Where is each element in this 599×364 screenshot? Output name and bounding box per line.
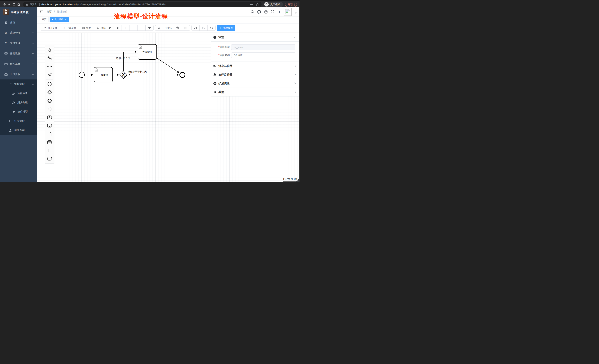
close-icon[interactable]: ✕ <box>65 18 67 21</box>
sidebar-item-process-management[interactable]: 流程管理 <box>0 79 37 89</box>
sidebar-item-user-group[interactable]: 用户分组 <box>0 98 37 107</box>
breadcrumb-separator: / <box>54 10 55 13</box>
tab-home[interactable]: 首页 <box>40 17 48 22</box>
create-group-icon[interactable] <box>45 155 54 163</box>
search-icon[interactable] <box>251 10 254 14</box>
bookmark-star-icon[interactable] <box>256 3 259 6</box>
browser-back-button[interactable] <box>2 2 7 7</box>
sidebar-item-task-management[interactable]: 任务管理 <box>0 116 37 126</box>
chevron-down-icon <box>32 63 34 65</box>
yen-icon: ¥ <box>4 41 8 45</box>
monitor-icon <box>4 52 8 55</box>
properties-panel: i 常规 *流程标识 *流程名称 <box>211 33 299 96</box>
sidebar-item-payment[interactable]: ¥ 支付管理 <box>0 38 37 48</box>
create-intermediate-event-icon[interactable] <box>45 88 54 96</box>
global-connect-tool-icon[interactable] <box>45 71 54 79</box>
sidebar-item-workflow[interactable]: 工作流程 <box>0 69 37 79</box>
svg-text:一级审批: 一级审批 <box>98 74 108 76</box>
designer-content: 打开文件 下载文件 预览 模拟 <box>37 23 300 182</box>
flow-label-lte1[interactable]: 请假小于等于 1 天 <box>128 70 147 73</box>
general-form: *流程标识 *流程名称 <box>211 42 299 62</box>
create-start-event-icon[interactable] <box>45 80 54 88</box>
update-label: 更新 <box>288 3 293 6</box>
document-edit-icon <box>11 92 15 95</box>
end-event[interactable] <box>180 72 185 77</box>
sidebar-item-process-form[interactable]: 流程表单 <box>0 89 37 98</box>
chevron-down-icon <box>294 36 296 38</box>
required-asterisk: * <box>218 45 219 48</box>
sidebar-item-system[interactable]: ⚙ 系统管理 <box>0 28 37 38</box>
section-execution-listener[interactable]: 执行监听器 <box>211 70 299 79</box>
create-gateway-icon[interactable] <box>45 105 54 113</box>
avatar-caret-icon[interactable] <box>295 13 297 14</box>
breadcrumb-home[interactable]: 首页 <box>46 10 52 13</box>
sidebar-item-infrastructure[interactable]: 基础设施 <box>0 48 37 59</box>
start-event[interactable] <box>79 72 85 78</box>
flow-branch-icon <box>8 120 12 122</box>
font-size-icon[interactable]: TT <box>277 10 281 14</box>
chevron-down-icon <box>32 53 34 54</box>
sidebar-item-leave-query[interactable]: 请假查询 <box>0 126 37 135</box>
chevron-up-icon <box>32 84 34 85</box>
toolbox-icon <box>4 63 8 65</box>
flow-gateway-to-task2[interactable] <box>123 52 137 71</box>
user-task-level2[interactable]: 二级审批 <box>138 44 157 59</box>
incognito-icon <box>264 2 269 7</box>
bpmn-palette <box>45 45 54 164</box>
create-participant-icon[interactable] <box>45 146 54 155</box>
incognito-label: 无痕模式 <box>270 3 280 6</box>
incognito-badge: 无痕模式 <box>264 2 283 7</box>
create-data-store-icon[interactable] <box>45 138 54 146</box>
github-icon[interactable] <box>257 10 261 14</box>
fullscreen-icon[interactable] <box>271 10 274 14</box>
space-tool-icon[interactable] <box>45 62 54 71</box>
browser-chrome: 不安全 dashboard.yudao.iocoder.cn/bpm/manag… <box>0 0 300 7</box>
chevron-right-icon <box>294 65 296 67</box>
section-general[interactable]: i 常规 <box>211 33 299 42</box>
flow-label-gt3[interactable]: 请假大于 3 天 <box>116 57 130 60</box>
sidebar-collapse-button[interactable] <box>40 10 43 14</box>
lasso-tool-icon[interactable] <box>45 54 54 62</box>
info-icon: i <box>213 36 216 39</box>
browser-forward-button[interactable] <box>7 2 11 7</box>
chevron-right-icon <box>294 91 296 93</box>
tag-view-bar: 首页 设计流程 ✕ <box>37 16 300 24</box>
breadcrumb: 首页 / 设计流程 <box>46 10 68 14</box>
avatar[interactable] <box>284 8 292 16</box>
workflow-submenu: 流程管理 流程表单 用户分组 <box>0 79 37 135</box>
sidebar-item-home[interactable]: 首页 <box>0 17 37 28</box>
chevron-right-icon <box>294 74 296 76</box>
create-user-task-icon[interactable] <box>45 113 54 121</box>
create-end-event-icon[interactable] <box>45 96 54 105</box>
sidebar-item-devtools[interactable]: 研发工具 <box>0 59 37 69</box>
address-bar[interactable]: 不安全 dashboard.yudao.iocoder.cn/bpm/manag… <box>23 2 262 7</box>
paper-plane-icon <box>11 110 15 113</box>
browser-update-button[interactable]: 更新 <box>285 2 297 7</box>
section-extended-properties[interactable]: 扩展属性 <box>211 79 299 88</box>
browser-reload-button[interactable] <box>11 2 16 7</box>
key-icon[interactable] <box>250 3 253 6</box>
help-icon[interactable] <box>264 10 268 14</box>
security-label[interactable]: 不安全 <box>30 3 37 6</box>
window-corner <box>295 177 300 182</box>
url-text[interactable]: dashboard.yudao.iocoder.cn/bpm/manager/m… <box>41 3 247 6</box>
exclusive-gateway[interactable]: X <box>120 71 127 79</box>
user-task-level1[interactable]: 一级审批 <box>94 67 113 82</box>
browser-menu-icon[interactable] <box>294 3 295 6</box>
flow-task2-to-end[interactable] <box>157 58 179 73</box>
create-subprocess-icon[interactable] <box>45 121 54 130</box>
hand-tool-icon[interactable] <box>45 46 54 54</box>
create-data-object-icon[interactable] <box>45 130 54 138</box>
browser-home-button[interactable] <box>16 2 21 7</box>
tab-design-process[interactable]: 设计流程 ✕ <box>50 17 69 22</box>
app-logo[interactable]: 芋道管理系统 <box>0 7 37 17</box>
chevron-down-icon <box>32 43 34 44</box>
svg-text:X: X <box>122 72 125 78</box>
section-message-signal[interactable]: 消息与信号 <box>211 62 299 70</box>
browser-tab-strip <box>0 0 300 1</box>
active-dot <box>52 19 53 20</box>
process-name-input[interactable] <box>231 52 295 58</box>
process-key-input[interactable] <box>231 44 295 50</box>
sidebar-item-process-model[interactable]: 流程模型 <box>0 107 37 116</box>
section-other[interactable]: 其他 <box>211 88 299 96</box>
